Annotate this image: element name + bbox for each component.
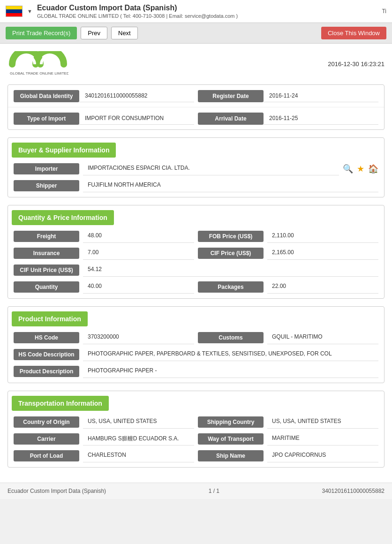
logo-row: GLOBAL TRADE ONLINE LIMITED 2016-12-30 1… [8,51,384,77]
register-date-field: Register Date 2016-11-24 [198,90,378,102]
insurance-value: 7.00 [83,247,194,260]
importer-value: IMPORTACIONES ESPACRI CIA. LTDA. [83,162,339,175]
identity-card: Global Data Identity 3401201611000005588… [8,84,384,130]
footer-page: 1 / 1 [209,488,219,494]
shipper-label: Shipper [14,180,79,191]
ship-name-col: Ship Name JPO CAPRICORNUS [198,449,378,462]
register-date-label: Register Date [198,90,264,102]
freight-fob-row: Freight 48.00 FOB Price (US$) 2,110.00 [14,230,378,243]
cif-price-value: 2,165.00 [267,247,378,260]
ship-name-label: Ship Name [198,450,264,461]
carrier-label: Carrier [14,433,79,445]
print-button[interactable]: Print Trade Record(s) [6,27,77,39]
footer-left: Ecuador Custom Import Data (Spanish) [8,488,106,494]
ship-name-value: JPO CAPRICORNUS [267,449,378,462]
shipping-country-label: Shipping Country [198,416,264,428]
header: ▼ Ecuador Custom Import Data (Spanish) G… [0,0,392,23]
next-button[interactable]: Next [111,27,138,39]
carrier-col: Carrier HAMBURG S膨艟D ECUADOR S.A. [14,432,194,446]
close-window-button[interactable]: Close This Window [321,27,386,39]
customs-value: GQUIL - MARITIMO [267,331,378,344]
cif-price-label: CIF Price (US$) [198,248,264,259]
transport-section-title: Transportation Information [12,396,109,411]
shipping-country-value: US, USA, UNITED STATES [267,416,378,429]
packages-col: Packages 22.00 [198,280,378,294]
freight-fob-cols: Freight 48.00 FOB Price (US$) 2,110.00 [14,230,378,243]
insurance-cif-row: Insurance 7.00 CIF Price (US$) 2,165.00 [14,247,378,260]
way-of-transport-label: Way of Transport [198,433,264,445]
customs-col: Customs GQUIL - MARITIMO [198,331,378,344]
country-origin-col: Country of Origin US, USA, UNITED STATES [14,416,194,429]
country-origin-label: Country of Origin [14,416,79,428]
star-icon[interactable]: ★ [357,164,364,174]
action-icons: 🔍 ★ 🏠 [343,164,378,174]
qty-packages-row: Quantity 40.00 Packages 22.00 [14,280,378,294]
product-desc-label: Product Description [14,366,79,377]
port-ship-row: Port of Load CHARLESTON Ship Name JPO CA… [14,449,378,462]
type-of-import-value: IMPORT FOR CONSUMPTION [79,112,194,125]
register-date-value: 2016-11-24 [264,90,378,102]
cif-unit-label: CIF Unit Price (US$) [14,264,79,276]
fob-price-value: 2,110.00 [267,230,378,243]
buyer-section-title: Buyer & Supplier Information [12,143,116,158]
arrival-date-value: 2016-11-25 [264,112,378,125]
carrier-transport-cols: Carrier HAMBURG S膨艟D ECUADOR S.A. Way of… [14,432,378,446]
packages-value: 22.00 [267,280,378,294]
hs-desc-row: HS Code Description PHOTOGRAPHIC PAPER, … [14,348,378,361]
country-origin-value: US, USA, UNITED STATES [83,416,194,429]
transport-section-content: Country of Origin US, USA, UNITED STATES… [8,411,384,467]
port-of-load-value: CHARLESTON [83,449,194,462]
identity-row-2: Type of Import IMPORT FOR CONSUMPTION Ar… [8,107,384,129]
port-of-load-label: Port of Load [14,450,79,461]
cif-price-col: CIF Price (US$) 2,165.00 [198,247,378,260]
buyer-supplier-card: Buyer & Supplier Information Importer IM… [8,137,384,197]
arrival-date-field: Arrival Date 2016-11-25 [198,112,378,125]
product-section-content: HS Code 3703200000 Customs GQUIL - MARIT… [8,326,384,383]
quantity-value: 40.00 [83,280,194,294]
product-section-header-row: Product Information [8,307,384,326]
ecuador-flag [6,6,23,17]
shipping-country-col: Shipping Country US, USA, UNITED STATES [198,416,378,429]
hs-code-label: HS Code [14,332,79,343]
buyer-section-header-row: Buyer & Supplier Information [8,138,384,158]
insurance-label: Insurance [14,248,79,259]
qty-section-content: Freight 48.00 FOB Price (US$) 2,110.00 I… [8,225,384,298]
transport-section-header-row: Transportation Information [8,391,384,411]
product-section-title: Product Information [12,311,88,326]
fob-col: FOB Price (US$) 2,110.00 [198,230,378,243]
hs-code-value: 3703200000 [83,331,194,344]
search-icon[interactable]: 🔍 [343,164,353,174]
way-of-transport-value: MARITIME [267,432,378,446]
customs-label: Customs [198,332,264,343]
hs-desc-label: HS Code Description [14,349,79,360]
shipper-row: Shipper FUJIFILM NORTH AMERICA [14,179,378,192]
logo-area: GLOBAL TRADE ONLINE LIMITED [8,51,68,77]
home-icon[interactable]: 🏠 [368,164,378,174]
qty-section-header-row: Quantity & Price Information [8,205,384,225]
type-of-import-label: Type of Import [14,113,79,125]
arrival-date-label: Arrival Date [198,113,264,125]
insurance-cif-cols: Insurance 7.00 CIF Price (US$) 2,165.00 [14,247,378,260]
product-card: Product Information HS Code 3703200000 C… [8,306,384,383]
footer-right: 34012016110000055882 [322,488,384,494]
global-data-identity-label: Global Data Identity [14,90,79,102]
quantity-col: Quantity 40.00 [14,280,194,294]
buyer-section-content: Importer IMPORTACIONES ESPACRI CIA. LTDA… [8,158,384,197]
identity-row-1: Global Data Identity 3401201611000005588… [8,85,384,107]
fob-price-label: FOB Price (US$) [198,231,264,242]
freight-col: Freight 48.00 [14,230,194,243]
freight-label: Freight [14,231,79,242]
timestamp: 2016-12-30 16:23:21 [328,60,384,68]
svg-text:GLOBAL TRADE ONLINE LIMITED: GLOBAL TRADE ONLINE LIMITED [10,71,68,76]
origin-shipping-row: Country of Origin US, USA, UNITED STATES… [14,416,378,429]
prev-button[interactable]: Prev [81,27,107,39]
shipper-value: FUJIFILM NORTH AMERICA [83,179,378,192]
transport-card: Transportation Information Country of Or… [8,391,384,468]
hscode-customs-row: HS Code 3703200000 Customs GQUIL - MARIT… [14,331,378,344]
origin-shipping-cols: Country of Origin US, USA, UNITED STATES… [14,416,378,429]
quantity-price-card: Quantity & Price Information Freight 48.… [8,205,384,299]
quantity-label: Quantity [14,281,79,293]
company-info: GLOBAL TRADE ONLINE LIMITED ( Tel: 400-7… [37,13,238,19]
port-ship-cols: Port of Load CHARLESTON Ship Name JPO CA… [14,449,378,462]
hscode-col: HS Code 3703200000 [14,331,194,344]
